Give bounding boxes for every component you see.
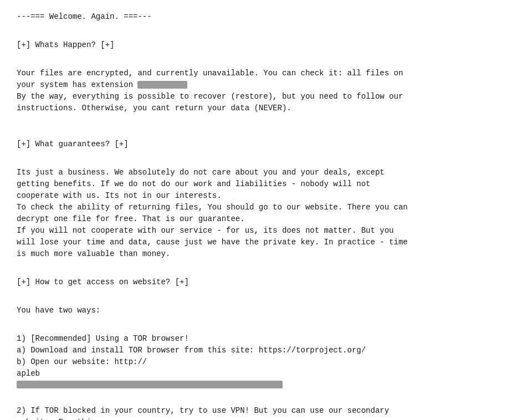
access-section: [+] How to get access on website? [+] [17, 276, 515, 288]
two-ways-line: You have two ways: [17, 305, 515, 316]
guarantees-line3: cooperate with us. Its not in our intere… [17, 190, 515, 202]
recover-line2: instructions. Otherwise, you cant return… [17, 103, 515, 114]
guarantees-line7: will lose your time and data, cause just… [17, 237, 515, 248]
guarantees-heading: [+] What guarantees? [+] [17, 139, 515, 150]
encrypted-line1: Your files are encrypted, and currently … [17, 68, 515, 79]
whats-happen-body: Your files are encrypted, and currently … [17, 68, 515, 114]
main-content: ---=== Welcome. Again. ===--- [+] Whats … [17, 11, 515, 420]
header-section: ---=== Welcome. Again. ===--- [17, 11, 515, 23]
extension-blurred [137, 81, 187, 89]
recover-line1: By the way, everything is possible to re… [17, 91, 515, 103]
guarantees-body: Its just a business. We absolutely do no… [17, 167, 515, 260]
guarantees-section: [+] What guarantees? [+] [17, 139, 515, 150]
guarantees-line8: is much more valuable than money. [17, 248, 515, 260]
guarantees-line5: decrypt one file for free. That is our g… [17, 213, 515, 225]
access-body: You have two ways: [17, 305, 515, 316]
extension-line: your system has extension [17, 79, 515, 91]
header-line: ---=== Welcome. Again. ===--- [17, 11, 515, 23]
access-heading: [+] How to get access on website? [+] [17, 276, 515, 288]
vpn-line1: 2) If TOR blocked in your country, try t… [17, 405, 515, 417]
vpn-section: 2) If TOR blocked in your country, try t… [17, 405, 515, 420]
tor-section: 1) [Recommended] Using a TOR browser! a)… [17, 333, 515, 388]
extension-prefix: your system has extension [17, 80, 133, 89]
whats-happen-heading: [+] Whats Happen? [+] [17, 39, 515, 51]
vpn-line2: website. For this: [17, 417, 515, 420]
guarantees-line1: Its just a business. We absolutely do no… [17, 167, 515, 178]
guarantees-line2: getting benefits. If we do not do our wo… [17, 178, 515, 190]
tor-url-line: apleb [17, 368, 515, 388]
guarantees-line4: To check the ability of returning files,… [17, 202, 515, 213]
tor-url-prefix: apleb [17, 369, 40, 378]
guarantees-line6: If you will not cooperate with our servi… [17, 225, 515, 237]
tor-website-prefix: b) Open our website: http:// [17, 357, 147, 366]
tor-url-blurred [17, 381, 283, 388]
tor-download-line: a) Download and install TOR browser from… [17, 345, 515, 356]
tor-heading: 1) [Recommended] Using a TOR browser! [17, 333, 515, 345]
tor-website-line: b) Open our website: http:// [17, 356, 515, 368]
whats-happen-section: [+] Whats Happen? [+] [17, 39, 515, 51]
